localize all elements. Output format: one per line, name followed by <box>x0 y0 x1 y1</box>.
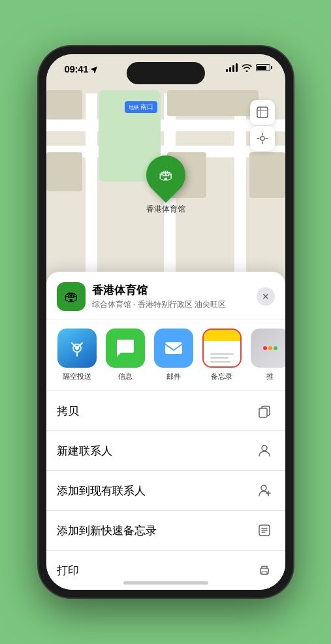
share-item-airdrop[interactable]: 隔空投送 <box>57 329 97 381</box>
mail-label: 邮件 <box>166 372 181 381</box>
share-item-messages[interactable]: 信息 <box>105 329 146 381</box>
messages-icon <box>106 329 145 368</box>
action-add-notes[interactable]: 添加到新快速备忘录 <box>46 511 285 551</box>
notes-line-1 <box>210 353 234 355</box>
action-add-existing[interactable]: 添加到现有联系人 <box>46 471 285 511</box>
pin-circle: 🏟 <box>138 148 193 203</box>
location-icon <box>256 132 269 145</box>
add-notes-label: 添加到新快速备忘录 <box>57 523 157 538</box>
svg-rect-8 <box>165 342 182 354</box>
svg-point-9 <box>263 346 267 350</box>
svg-point-7 <box>75 346 79 350</box>
quick-notes-icon <box>254 520 275 541</box>
svg-point-15 <box>261 485 266 491</box>
location-button[interactable] <box>250 126 275 151</box>
printer-icon <box>254 560 275 581</box>
add-existing-label: 添加到现有联系人 <box>57 483 146 498</box>
copy-label: 拷贝 <box>57 404 79 419</box>
notes-icon-wrap <box>202 329 242 368</box>
svg-point-11 <box>274 346 277 350</box>
share-item-mail[interactable]: 邮件 <box>153 329 194 381</box>
notes-label: 备忘录 <box>211 372 232 381</box>
svg-point-10 <box>268 346 272 350</box>
map-type-button[interactable] <box>250 100 275 125</box>
venue-emoji-icon: 🏟 <box>64 288 78 305</box>
new-contact-label: 新建联系人 <box>57 443 112 459</box>
action-list: 拷贝 新建联系人 <box>46 391 285 590</box>
notes-icon <box>204 330 240 366</box>
stadium-icon: 🏟 <box>159 167 173 184</box>
svg-point-1 <box>260 137 264 140</box>
svg-point-14 <box>262 445 267 451</box>
svg-rect-23 <box>262 572 267 574</box>
phone-screen: 09:41 <box>46 54 285 590</box>
map-label-text: 南口 <box>140 103 153 112</box>
share-row: 隔空投送 信息 <box>46 319 285 391</box>
mail-icon <box>154 329 193 368</box>
notes-line-2 <box>210 357 229 359</box>
phone-frame: 09:41 <box>39 46 293 598</box>
location-pin: 🏟 香港体育馆 <box>146 155 185 215</box>
action-new-contact[interactable]: 新建联系人 <box>46 431 285 471</box>
share-item-more[interactable]: 推 <box>250 329 285 381</box>
action-copy[interactable]: 拷贝 <box>46 391 285 431</box>
bottom-sheet: 🏟 香港体育馆 综合体育馆 · 香港特别行政区 油尖旺区 ✕ <box>46 272 285 590</box>
map-controls <box>250 100 275 151</box>
signal-bars-icon <box>226 63 238 72</box>
map-icon <box>256 106 269 119</box>
venue-name: 香港体育馆 <box>92 283 257 298</box>
share-item-notes[interactable]: 备忘录 <box>202 329 242 381</box>
sheet-header: 🏟 香港体育馆 综合体育馆 · 香港特别行政区 油尖旺区 ✕ <box>46 282 285 319</box>
more-label: 推 <box>266 372 274 381</box>
status-icons <box>226 63 272 72</box>
person-icon <box>254 440 275 461</box>
battery-icon <box>256 64 272 71</box>
wifi-icon <box>242 64 252 72</box>
notes-line-3 <box>210 361 231 362</box>
notes-lines <box>210 353 234 362</box>
home-indicator <box>123 581 208 585</box>
status-time: 09:41 <box>65 63 89 74</box>
location-arrow-icon <box>91 65 99 73</box>
airdrop-label: 隔空投送 <box>63 372 91 381</box>
more-icon <box>251 329 285 368</box>
svg-rect-0 <box>257 107 268 118</box>
svg-point-24 <box>268 570 269 571</box>
close-button[interactable]: ✕ <box>257 287 275 306</box>
person-plus-icon <box>254 480 275 501</box>
airdrop-icon <box>57 329 97 368</box>
venue-icon: 🏟 <box>57 282 86 311</box>
pin-label: 香港体育馆 <box>146 204 185 215</box>
copy-icon <box>254 400 275 421</box>
venue-info: 香港体育馆 综合体育馆 · 香港特别行政区 油尖旺区 <box>92 283 257 310</box>
svg-rect-13 <box>259 408 267 417</box>
dynamic-island <box>127 62 205 84</box>
map-label-tag: 地铁 南口 <box>125 101 157 113</box>
print-label: 打印 <box>57 563 79 578</box>
venue-subtitle: 综合体育馆 · 香港特别行政区 油尖旺区 <box>92 299 257 310</box>
messages-label: 信息 <box>118 372 133 381</box>
